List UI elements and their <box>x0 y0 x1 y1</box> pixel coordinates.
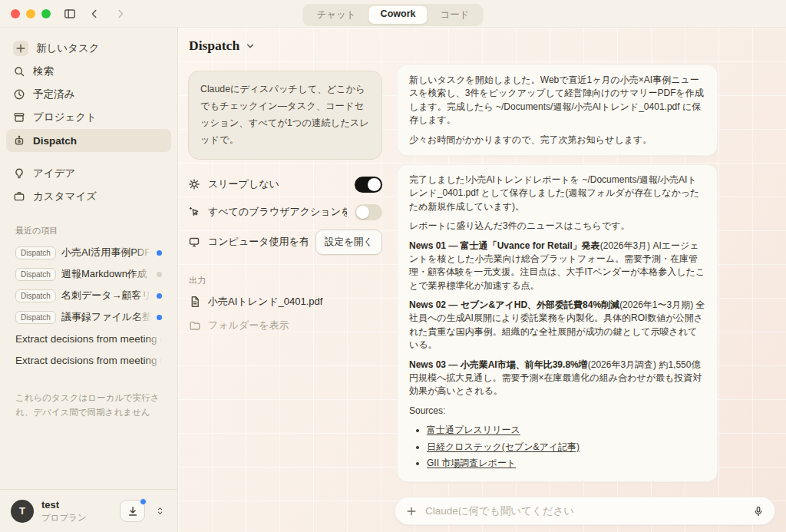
close-window-button[interactable] <box>11 9 20 18</box>
main-area: Dispatch Claudeにディスパッチして、どこからでもチェックイン—タス… <box>178 28 786 532</box>
recent-item[interactable]: Dispatch週報Markdown作成 <box>8 263 170 285</box>
output-label: 小売AIトレンド_0401.pdf <box>208 295 322 309</box>
bulb-icon <box>13 167 25 180</box>
monitor-icon <box>188 236 200 248</box>
source-link[interactable]: 富士通プレスリリース <box>427 425 520 435</box>
recent-item-label: 週報Markdown作成 <box>61 267 151 281</box>
dispatch-badge: Dispatch <box>15 246 56 259</box>
recent-item-label: Extract decisions from meeting not <box>15 333 162 345</box>
recent-item-label: 小売AI活用事例PDF作成 <box>61 246 151 259</box>
microphone-icon[interactable] <box>752 505 765 517</box>
assistant-message: 完了しました!小売AIトレンドレポートを ~/Documents/週報/小売AI… <box>397 164 718 482</box>
sources-list: 富士通プレスリリース日経クロステック(セブン&アイ記事)GII 市場調査レポート <box>409 424 705 470</box>
setting-computer-use: コンピュータ使用を有...設定を開く <box>188 230 382 255</box>
sidebar-item-label: プロジェクト <box>33 111 97 124</box>
folder-icon <box>189 319 201 332</box>
recent-item[interactable]: Dispatch議事録ファイル名整理 <box>8 306 170 328</box>
recent-item[interactable]: Extract decisions from meeting not <box>8 328 170 349</box>
zoom-window-button[interactable] <box>41 9 51 18</box>
sidebar-item-dispatch[interactable]: Dispatch <box>6 129 171 152</box>
recent-item[interactable]: Extract decisions from meeting not <box>8 349 170 371</box>
output-list: 小売AIトレンド_0401.pdfフォルダーを表示 <box>188 295 382 332</box>
page-title: Dispatch <box>189 38 239 54</box>
chat-input-bar <box>395 497 775 525</box>
sidebar-item-projects[interactable]: プロジェクト <box>6 106 171 129</box>
sidebar-item-label: 予定済み <box>33 88 74 101</box>
message-paragraph: 少々お時間がかかりますので、完了次第お知らせします。 <box>409 134 705 147</box>
minimize-window-button[interactable] <box>26 9 35 18</box>
source-link[interactable]: 日経クロステック(セブン&アイ記事) <box>427 441 580 452</box>
status-dot <box>157 315 162 320</box>
local-tasks-note: これらのタスクはローカルで実行され、デバイス間で同期されません <box>15 391 162 420</box>
recent-item[interactable]: Dispatch小売AI活用事例PDF作成 <box>8 242 170 263</box>
user-name: test <box>41 499 87 511</box>
sidebar-nav: 新しいタスク検索予定済みプロジェクトDispatchアイデアカスタマイズ <box>0 37 177 208</box>
chat-input[interactable] <box>425 505 745 517</box>
recent-item-label: Extract decisions from meeting not <box>15 355 162 366</box>
message-paragraph: 新しいタスクを開始しました。Webで直近1ヶ月の小売×AI事例ニュースを検索し、… <box>409 74 705 127</box>
user-menu[interactable]: T test プロプラン <box>0 489 177 532</box>
sidebar-item-search[interactable]: 検索 <box>6 60 171 83</box>
toggle-sidebar-button[interactable] <box>60 4 80 24</box>
sidebar-item-scheduled[interactable]: 予定済み <box>6 83 171 106</box>
chevron-down-icon <box>244 40 256 52</box>
tab-cowork[interactable]: Cowork <box>369 6 428 24</box>
sidebar-item-label: Dispatch <box>33 135 77 147</box>
source-list-item: 富士通プレスリリース <box>427 424 705 437</box>
status-dot <box>157 250 162 256</box>
tab-chat[interactable]: チャット <box>305 6 367 24</box>
window-controls <box>11 9 51 18</box>
mode-switcher: チャットCoworkコード <box>302 4 483 26</box>
clock-icon <box>13 88 25 101</box>
dispatch-badge: Dispatch <box>15 268 56 281</box>
show-folder[interactable]: フォルダーを表示 <box>189 319 382 332</box>
recent-item[interactable]: Dispatch名刺データ→顧客リストExc <box>8 285 170 306</box>
status-dot <box>157 293 162 299</box>
message-paragraph: 完了しました!小売AIトレンドレポートを ~/Documents/週報/小売AI… <box>409 173 705 213</box>
sun-icon <box>188 178 200 190</box>
sidebar-item-label: 検索 <box>33 64 54 78</box>
notification-dot <box>140 498 147 505</box>
download-icon <box>127 505 139 517</box>
settings-list: スリープしないすべてのブラウザアクションを許可コンピュータ使用を有...設定を開… <box>188 174 382 255</box>
dispatch-badge: Dispatch <box>15 311 56 324</box>
message-paragraph: News 03 — 小売業AI市場、前年比39.8%増(2026年3月調査) 約… <box>409 359 705 398</box>
message-paragraph: News 02 — セブン&アイHD、外部委託費84%削減(2026年1〜3月期… <box>409 299 705 352</box>
sidebar-item-label: 新しいタスク <box>36 41 100 55</box>
tab-code[interactable]: コード <box>428 6 481 24</box>
sidebar: 新しいタスク検索予定済みプロジェクトDispatchアイデアカスタマイズ 最近の… <box>0 28 178 532</box>
task-settings-panel: Dispatch Claudeにディスパッチして、どこからでもチェックイン—タス… <box>188 28 382 342</box>
recent-item-label: 議事録ファイル名整理 <box>61 310 151 324</box>
source-list-item: 日経クロステック(セブン&アイ記事) <box>427 441 705 454</box>
dispatch-description: Claudeにディスパッチして、どこからでもチェックイン—タスク、コードセッショ… <box>188 71 382 160</box>
nav-gap <box>0 152 177 162</box>
attach-plus-icon[interactable] <box>405 505 418 517</box>
computer-use-settings-button[interactable]: 設定を開く <box>315 230 382 255</box>
back-button[interactable] <box>84 4 104 24</box>
back-arrow-icon <box>88 8 101 20</box>
box-icon <box>13 111 25 124</box>
status-dot <box>157 272 162 277</box>
setting-label: すべてのブラウザアクションを許可 <box>208 205 347 219</box>
chat-thread: 新しいタスクを開始しました。Webで直近1ヶ月の小売×AI事例ニュースを検索し、… <box>397 28 718 489</box>
app-window: チャットCoworkコード 新しいタスク検索予定済みプロジェクトDispatch… <box>0 0 786 532</box>
user-plan: プロプラン <box>41 512 87 523</box>
output-label: フォルダーを表示 <box>208 319 289 332</box>
dispatch-badge: Dispatch <box>15 289 56 302</box>
sidebar-item-customize[interactable]: カスタマイズ <box>6 185 171 208</box>
output-file[interactable]: 小売AIトレンド_0401.pdf <box>189 295 382 309</box>
forward-button[interactable] <box>111 4 130 24</box>
sidebar-item-new-task[interactable]: 新しいタスク <box>6 37 171 60</box>
source-list-item: GII 市場調査レポート <box>427 457 705 470</box>
chevron-updown-icon[interactable] <box>153 506 167 516</box>
page-title-row[interactable]: Dispatch <box>189 38 382 54</box>
allow-browser-actions-toggle[interactable] <box>355 204 382 220</box>
source-link[interactable]: GII 市場調査レポート <box>427 458 516 468</box>
plus-icon <box>13 41 28 56</box>
downloads-button[interactable] <box>120 500 145 522</box>
keep-awake-toggle[interactable] <box>355 177 382 193</box>
sidebar-item-ideas[interactable]: アイデア <box>6 162 171 185</box>
sidebar-item-label: アイデア <box>33 167 75 180</box>
message-paragraph: Sources: <box>409 405 705 418</box>
setting-keep-awake: スリープしない <box>188 174 382 195</box>
